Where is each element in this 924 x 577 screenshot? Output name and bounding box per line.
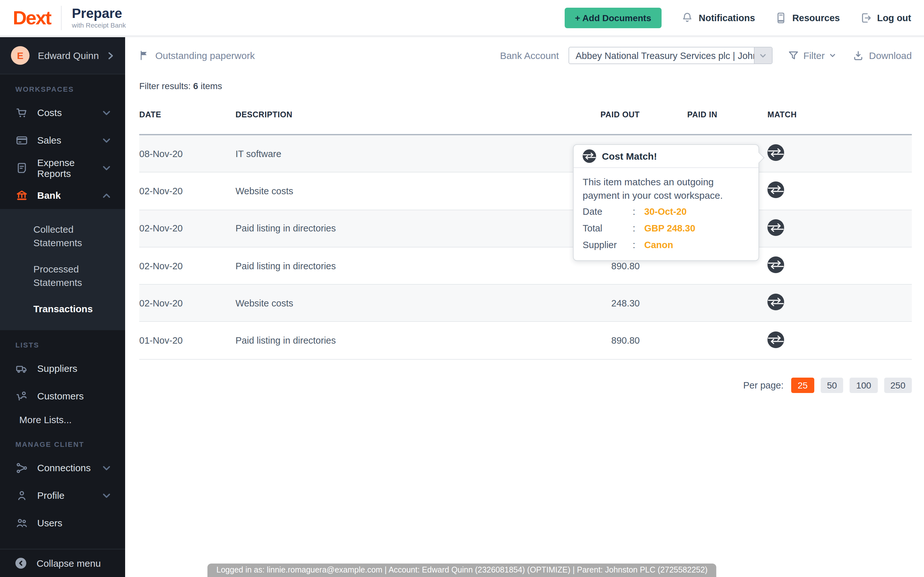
chevron-down-icon [829, 52, 837, 59]
tooltip-field-label: Date [583, 205, 633, 219]
column-header-paid-in[interactable]: PAID IN [640, 110, 717, 119]
content-header: Outstanding paperwork Bank Account Abbey… [125, 37, 924, 64]
sidebar-item-label: Customers [37, 390, 111, 401]
sidebar-item-collected-statements[interactable]: Collected Statements [0, 216, 125, 256]
avatar: E [11, 46, 29, 65]
cell-description: Paid listing in directories [236, 261, 511, 271]
chevron-down-icon [759, 52, 767, 59]
filter-results-prefix: Filter results: [139, 81, 191, 91]
tooltip-field-colon: : [633, 222, 644, 235]
dext-logo: Dext [13, 7, 51, 29]
connections-icon [15, 461, 28, 474]
per-page-25-button[interactable]: 25 [791, 378, 814, 393]
chevron-down-icon [102, 491, 111, 500]
breadcrumb-label: Outstanding paperwork [155, 50, 255, 61]
sidebar-item-more-lists[interactable]: More Lists... [0, 410, 125, 430]
match-icon [583, 149, 596, 163]
bank-account-value: Abbey National Treasury Services plc | J… [569, 47, 754, 63]
match-icon[interactable] [767, 182, 784, 198]
filter-results-count: 6 [193, 81, 198, 91]
resources-button[interactable]: Resources [774, 11, 840, 24]
tooltip-field-total: Total : GBP 248.30 [583, 222, 750, 235]
transactions-table: DATE DESCRIPTION PAID OUT PAID IN MATCH … [139, 106, 912, 359]
per-page-100-button[interactable]: 100 [850, 378, 878, 393]
collapse-icon [15, 558, 26, 569]
sidebar-user[interactable]: E Edward Quinn [0, 37, 125, 74]
column-header-description[interactable]: DESCRIPTION [236, 110, 511, 119]
filter-button[interactable]: Filter [788, 50, 837, 61]
sidebar-item-sales[interactable]: Sales [0, 126, 125, 154]
chevron-down-icon [102, 163, 111, 172]
select-arrow-button[interactable] [754, 47, 772, 63]
cell-date: 01-Nov-20 [139, 335, 236, 346]
column-header-date[interactable]: DATE [139, 110, 236, 119]
sidebar-item-bank[interactable]: Bank [0, 181, 125, 209]
match-icon[interactable] [767, 144, 784, 161]
chevron-up-icon [102, 191, 111, 200]
cost-match-tooltip: Cost Match! This item matches an outgoin… [573, 144, 759, 261]
match-icon[interactable] [767, 294, 784, 311]
notifications-label: Notifications [699, 13, 755, 23]
notifications-button[interactable]: Notifications [681, 11, 755, 24]
breadcrumb[interactable]: Outstanding paperwork [139, 50, 255, 61]
cell-paid-out: 890.80 [511, 335, 640, 346]
sidebar-item-label: Bank [37, 190, 102, 201]
tooltip-field-supplier: Supplier : Canon [583, 239, 750, 252]
sidebar-item-profile[interactable]: Profile [0, 482, 125, 509]
flag-icon [139, 50, 150, 61]
logout-button[interactable]: Log out [859, 11, 911, 24]
bank-account-label: Bank Account [500, 50, 559, 61]
match-icon[interactable] [767, 331, 784, 348]
cell-paid-out: 890.80 [511, 261, 640, 271]
bank-icon [15, 189, 28, 201]
sidebar-item-expense-reports[interactable]: Expense Reports [0, 154, 125, 181]
per-page-label: Per page: [743, 380, 783, 390]
book-icon [774, 11, 787, 24]
table-row[interactable]: 02-Nov-20 Paid listing in directories [139, 210, 912, 247]
table-row[interactable]: 02-Nov-20 Paid listing in directories 89… [139, 247, 912, 285]
column-header-paid-out[interactable]: PAID OUT [511, 110, 640, 119]
sidebar-item-suppliers[interactable]: Suppliers [0, 355, 125, 382]
collapse-menu-button[interactable]: Collapse menu [0, 549, 125, 577]
table-row[interactable]: 02-Nov-20 Website costs [139, 173, 912, 210]
cart-icon [15, 106, 28, 119]
per-page-50-button[interactable]: 50 [821, 378, 843, 393]
topbar-actions: + Add Documents Notifications Resources [565, 7, 911, 28]
table-row[interactable]: 02-Nov-20 Website costs 248.30 [139, 285, 912, 322]
download-label: Download [869, 50, 912, 61]
truck-icon [15, 362, 28, 375]
users-icon [15, 516, 28, 529]
bell-icon [681, 11, 694, 24]
table-row[interactable]: 01-Nov-20 Paid listing in directories 89… [139, 322, 912, 359]
sidebar-item-processed-statements[interactable]: Processed Statements [0, 256, 125, 295]
sidebar-item-connections[interactable]: Connections [0, 454, 125, 482]
sidebar-item-transactions[interactable]: Transactions [0, 295, 125, 322]
cell-paid-out: 248.30 [511, 298, 640, 308]
bank-account-select[interactable]: Abbey National Treasury Services plc | J… [569, 47, 772, 64]
add-documents-button[interactable]: + Add Documents [565, 7, 662, 28]
tooltip-field-label: Total [583, 222, 633, 235]
match-icon[interactable] [767, 219, 784, 235]
match-icon[interactable] [767, 256, 784, 273]
tooltip-header: Cost Match! [573, 145, 758, 168]
download-button[interactable]: Download [853, 50, 912, 61]
logout-icon [859, 11, 872, 24]
table-header-row: DATE DESCRIPTION PAID OUT PAID IN MATCH [139, 106, 912, 135]
table-row[interactable]: 08-Nov-20 IT software [139, 135, 912, 173]
cell-date: 02-Nov-20 [139, 298, 236, 308]
cell-date: 02-Nov-20 [139, 261, 236, 271]
sidebar-item-label: Profile [37, 490, 102, 501]
filter-results-suffix: items [200, 81, 222, 91]
user-name: Edward Quinn [38, 50, 106, 61]
per-page-250-button[interactable]: 250 [884, 378, 912, 393]
tooltip-field-colon: : [633, 239, 644, 252]
sidebar-item-users[interactable]: Users [0, 509, 125, 537]
sidebar-item-customers[interactable]: Customers [0, 382, 125, 410]
column-header-match[interactable]: MATCH [717, 110, 912, 119]
chevron-down-icon [102, 108, 111, 117]
brand-divider [61, 5, 61, 30]
tooltip-field-date: Date : 30-Oct-20 [583, 205, 750, 219]
sidebar-item-costs[interactable]: Costs [0, 99, 125, 126]
tooltip-field-value: 30-Oct-20 [644, 205, 687, 219]
product-title: Prepare [72, 6, 126, 21]
